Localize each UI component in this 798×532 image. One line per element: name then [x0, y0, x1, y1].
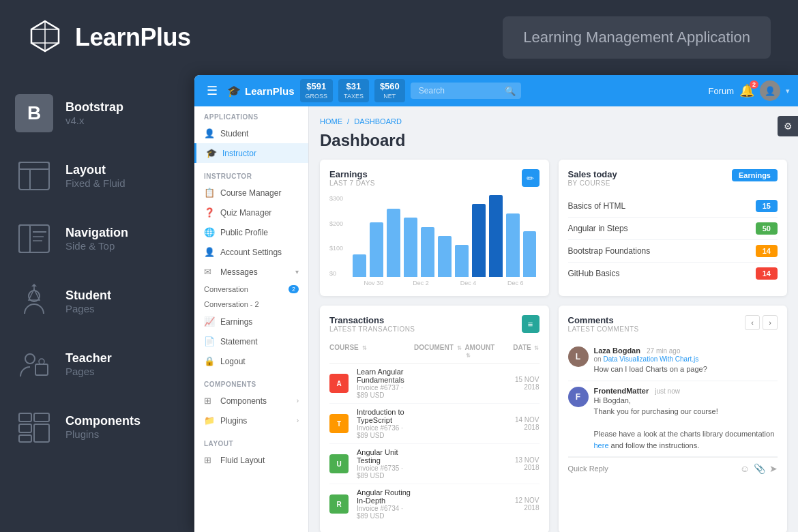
student-nav-icon: 👤 [204, 128, 215, 138]
chart-y-labels: $300 $200 $100 $0 [329, 195, 343, 277]
sidenav-quiz-manager[interactable]: ❓ Quiz Manager [194, 203, 308, 222]
earnings-badge[interactable]: Earnings [732, 169, 778, 181]
search-input[interactable] [416, 83, 505, 99]
sidenav-instructor[interactable]: 🎓 Instructor [194, 143, 308, 163]
sidebar-sublabel-layout: Fixed & Fluid [65, 177, 125, 189]
sidebar-item-teacher[interactable]: Teacher Pages [0, 333, 194, 396]
quiz-manager-icon: ❓ [204, 207, 215, 218]
earnings-btn[interactable]: ✏ [522, 169, 540, 187]
attachment-icon[interactable]: 📎 [754, 463, 765, 474]
tx-date-2: 14 NOV 2018 [499, 416, 540, 431]
sidenav-fluid-layout[interactable]: ⊞ Fluid Layout [194, 450, 308, 470]
tx-invoice-4: Invoice #6734 · $89 USD [357, 505, 414, 520]
instructor-nav-label: Instructor [222, 149, 256, 158]
comment-here-link[interactable]: here [594, 441, 609, 449]
settings-cog-button[interactable]: ⚙ [778, 116, 798, 136]
comment-prev-btn[interactable]: ‹ [745, 315, 760, 330]
chart-bar-8 [489, 195, 503, 277]
user-menu-chevron[interactable]: ▾ [786, 87, 790, 95]
tx-thumb-2: T [329, 414, 349, 433]
account-settings-icon: 👤 [204, 247, 215, 257]
sidebar-item-navigation[interactable]: Navigation Side & Top [0, 207, 194, 270]
public-profile-icon: 🌐 [204, 227, 215, 237]
forum-link[interactable]: Forum [708, 86, 734, 96]
sales-rows: Basics of HTML 15 Angular in Steps 50 Bo… [568, 195, 778, 284]
tx-name-1: Learn Angular Fundamentals [357, 368, 414, 384]
sales-row-3: Bootstrap Foundations 14 [568, 240, 778, 263]
comment-body-2: Hi Bogdan, Thank you for purchasing our … [594, 395, 778, 452]
messages-label: Messages [220, 267, 258, 277]
col-header-document: DOCUMENT ⇅ [414, 344, 464, 359]
navigation-icon [15, 220, 53, 258]
section-title-instructor: INSTRUCTOR [194, 173, 308, 183]
student-nav-label: Student [220, 129, 248, 138]
tx-row-1: A Learn Angular Fundamentals Invoice #67… [329, 364, 540, 404]
svg-point-18 [39, 359, 44, 364]
svg-rect-7 [19, 225, 49, 252]
sidenav-messages[interactable]: ✉ Messages ▾ [194, 262, 308, 282]
sidenav-account-settings[interactable]: 👤 Account Settings [194, 242, 308, 262]
sales-row-2: Angular in Steps 50 [568, 218, 778, 240]
course-manager-icon: 📋 [204, 188, 215, 198]
course-count-4: 14 [756, 267, 778, 280]
svg-rect-21 [19, 435, 31, 442]
sidenav-earnings[interactable]: 📈 Earnings [194, 312, 308, 331]
sidenav-public-profile[interactable]: 🌐 Public Profile [194, 222, 308, 242]
transactions-subtitle: LATEST TRANSACTIONS [329, 325, 415, 333]
quick-reply-label: Quick Reply [568, 464, 736, 473]
sidenav-conversation-1[interactable]: Conversation 2 [194, 282, 308, 297]
stat-taxes-label: TAXES [344, 93, 364, 101]
col-header-amount: AMOUNT ⇅ [464, 344, 499, 359]
comments-card: Comments LATEST COMMENTS ‹ › L [559, 306, 788, 532]
messages-arrow: ▾ [295, 268, 299, 276]
svg-marker-15 [31, 284, 37, 286]
transactions-btn[interactable]: ≡ [522, 315, 540, 333]
sidenav-course-manager[interactable]: 📋 Course Manager [194, 183, 308, 203]
stat-gross-value: $591 [306, 81, 328, 93]
sidenav-plugins-link[interactable]: 📁 Plugins › [194, 411, 308, 430]
sidenav-section-applications: APPLICATIONS 👤 Student 🎓 Instructor [194, 106, 308, 166]
emoji-icon[interactable]: ☺ [740, 463, 750, 474]
comment-next-btn[interactable]: › [763, 315, 778, 330]
chart-bar-7 [472, 204, 486, 277]
search-wrap[interactable]: 🔍 [411, 83, 521, 99]
hamburger-button[interactable]: ☰ [203, 80, 222, 101]
course-name-1: Basics of HTML [568, 201, 626, 211]
sidenav-student[interactable]: 👤 Student [194, 123, 308, 143]
conversation-2-label: Conversation - 2 [204, 300, 259, 308]
sidebar-item-components[interactable]: Components Plugins [0, 396, 194, 458]
sidenav-logout[interactable]: 🔒 Logout [194, 351, 308, 371]
sidebar-item-student[interactable]: Student Pages [0, 270, 194, 333]
chart-bar-9 [506, 213, 520, 277]
notifications-bell[interactable]: 🔔 2 [739, 83, 754, 98]
plugins-nav-icon: 📁 [204, 415, 215, 426]
layout-icon [15, 157, 53, 195]
svg-rect-4 [19, 162, 49, 190]
chart-bar-4 [421, 227, 434, 277]
tx-thumb-1: A [329, 374, 349, 393]
sidebar-label-bootstrap: Bootstrap [65, 100, 123, 115]
header-subtitle: Learning Management Application [503, 16, 771, 59]
sidebar-item-layout[interactable]: Layout Fixed & Fluid [0, 145, 194, 207]
chart-bar-5 [438, 236, 452, 277]
sidenav-conversation-2[interactable]: Conversation - 2 [194, 297, 308, 312]
user-avatar[interactable]: 👤 [760, 80, 780, 101]
send-icon[interactable]: ➤ [769, 463, 778, 474]
logo-text: LearnPlus [75, 23, 191, 52]
sidenav-statement[interactable]: 📄 Statement [194, 331, 308, 351]
sidenav-components-link[interactable]: ⊞ Components › [194, 391, 308, 411]
comment-meta-2: FrontendMatter just now Hi Bogdan, Thank… [594, 387, 778, 452]
transactions-rows: A Learn Angular Fundamentals Invoice #67… [329, 364, 540, 524]
notification-badge: 2 [750, 80, 758, 89]
course-name-2: Angular in Steps [568, 224, 628, 233]
earnings-card-header: Earnings LAST 7 DAYS ✏ [329, 169, 540, 187]
stat-gross-label: GROSS [306, 93, 328, 101]
comments-title: Comments [568, 315, 639, 325]
sidebar-item-bootstrap[interactable]: B Bootstrap v4.x [0, 82, 194, 145]
comment-body-1: How can I load Charts on a page? [594, 364, 707, 375]
tx-name-3: Angular Unit Testing [357, 448, 414, 464]
comment-link-1[interactable]: Data Visualization With Chart.js [603, 355, 698, 363]
quiz-manager-label: Quiz Manager [220, 208, 271, 218]
tx-invoice-2: Invoice #6736 · $89 USD [357, 424, 414, 439]
statement-icon: 📄 [204, 336, 215, 346]
